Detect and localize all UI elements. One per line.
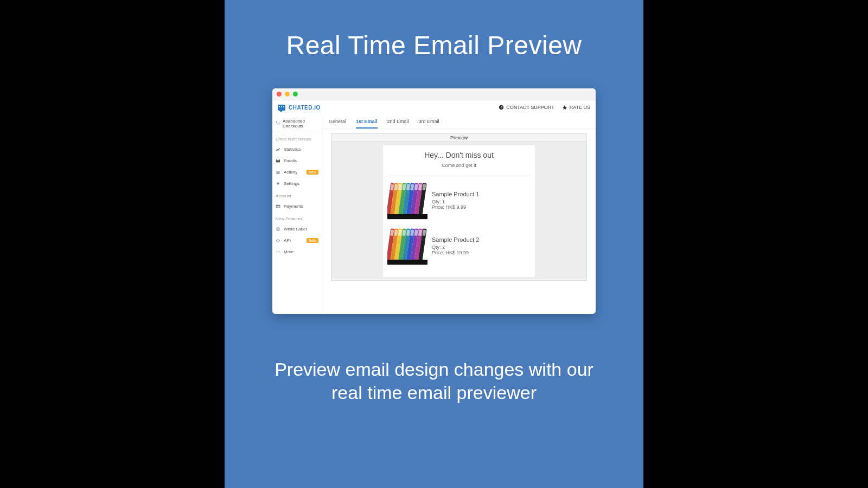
code-icon (276, 238, 280, 243)
card-icon (276, 204, 280, 209)
main-content: General1st Email2nd Email3rd Email Previ… (322, 114, 596, 314)
cart-icon (276, 121, 280, 127)
brand-name: CHATED.IO (289, 105, 321, 111)
contact-support-label: CONTACT SUPPORT (506, 105, 554, 110)
dots-icon (276, 249, 280, 254)
sidebar-item-label: API (284, 238, 303, 243)
product-name: Sample Product 1 (432, 191, 479, 197)
sidebar-item-activity[interactable]: ActivityNew (272, 166, 322, 178)
tab-1st-email[interactable]: 1st Email (356, 119, 378, 129)
sidebar-item-label: White Label (284, 227, 318, 232)
topbar-actions: ? CONTACT SUPPORT RATE US (499, 105, 590, 110)
product-price: Price: HK$ 9.99 (432, 204, 479, 210)
sidebar-section-title: Account (272, 189, 322, 201)
app-topbar: CHATED.IO ? CONTACT SUPPORT RATE US (272, 100, 596, 114)
sidebar-item-payments[interactable]: Payments (272, 201, 322, 212)
browser-window: CHATED.IO ? CONTACT SUPPORT RATE US (272, 88, 596, 314)
zoom-window-icon[interactable] (293, 92, 298, 97)
svg-rect-6 (276, 206, 280, 206)
sidebar-top-item[interactable]: Abandoned Checkouts (272, 115, 322, 132)
rate-us-label: RATE US (570, 105, 590, 110)
marketing-card: Real Time Email Preview CHATED.IO ? (225, 0, 643, 488)
product-thumbnail (387, 226, 427, 265)
brand[interactable]: CHATED.IO (278, 105, 321, 111)
sidebar-item-label: More (284, 249, 318, 254)
sidebar-item-api[interactable]: APIBeta (272, 235, 322, 246)
product-row: Sample Product 2Qty: 2Price: HK$ 19.99 (387, 226, 531, 265)
tab-3rd-email[interactable]: 3rd Email (419, 119, 439, 129)
tab-2nd-email[interactable]: 2nd Email (387, 119, 409, 129)
sidebar-item-settings[interactable]: Settings (272, 178, 322, 189)
headline: Real Time Email Preview (225, 30, 643, 60)
close-window-icon[interactable] (277, 92, 282, 97)
brand-chat-icon (278, 105, 285, 111)
svg-rect-48 (387, 260, 427, 265)
product-info: Sample Product 1Qty: 1Price: HK$ 9.99 (432, 181, 479, 220)
divider (387, 176, 531, 176)
sidebar-item-white-label[interactable]: White Label (272, 223, 322, 235)
svg-rect-5 (276, 205, 280, 208)
sidebar-item-more[interactable]: More (272, 246, 322, 258)
chart-icon (276, 147, 280, 152)
svg-rect-29 (387, 214, 427, 219)
sidebar-item-label: Emails (284, 158, 318, 163)
mail-icon (276, 158, 280, 163)
preview-body: Hey... Don't miss out Come and get it Sa… (331, 142, 586, 280)
gear-icon (276, 181, 280, 186)
email-headline: Hey... Don't miss out (387, 151, 531, 159)
tabs: General1st Email2nd Email3rd Email (322, 114, 596, 129)
sidebar-section-title: Email Notifications (272, 132, 322, 144)
window-titlebar (272, 88, 596, 100)
badge: Beta (307, 238, 318, 243)
subhead: Preview email design changes with our re… (257, 358, 611, 404)
app-body: Abandoned Checkouts Email NotificationsS… (272, 114, 596, 314)
sidebar-item-label: Settings (284, 181, 318, 186)
product-row: Sample Product 1Qty: 1Price: HK$ 9.99 (387, 181, 531, 220)
list-icon (276, 170, 280, 175)
email-preview: Hey... Don't miss out Come and get it Sa… (383, 145, 535, 277)
sidebar-item-emails[interactable]: Emails (272, 155, 322, 166)
sidebar-item-label: Statistics (284, 147, 318, 152)
sidebar-item-statistics[interactable]: Statistics (272, 144, 322, 155)
contact-support-link[interactable]: ? CONTACT SUPPORT (499, 105, 554, 110)
tab-general[interactable]: General (329, 119, 346, 129)
product-thumbnail (387, 181, 427, 220)
svg-point-8 (277, 252, 277, 252)
star-icon (562, 105, 567, 110)
sidebar-item-label: Payments (284, 204, 318, 209)
sidebar-top-label: Abandoned Checkouts (283, 119, 318, 129)
globe-icon (276, 227, 280, 232)
badge: New (307, 170, 318, 175)
rate-us-link[interactable]: RATE US (562, 105, 590, 110)
svg-point-2 (277, 124, 278, 125)
sidebar-item-label: Activity (284, 170, 303, 175)
minimize-window-icon[interactable] (285, 92, 290, 97)
stage: Real Time Email Preview CHATED.IO ? (0, 0, 868, 488)
content-area: Preview Hey... Don't miss out Come and g… (322, 129, 596, 285)
product-name: Sample Product 2 (432, 236, 479, 243)
subhead-wrap: Preview email design changes with our re… (225, 336, 643, 404)
svg-point-9 (278, 252, 278, 252)
preview-panel: Preview Hey... Don't miss out Come and g… (331, 133, 587, 281)
svg-point-10 (279, 252, 279, 252)
product-qty: Qty: 2 (432, 245, 479, 250)
email-subhead: Come and get it (387, 163, 531, 168)
sidebar: Abandoned Checkouts Email NotificationsS… (272, 114, 322, 314)
preview-panel-title: Preview (331, 134, 586, 142)
product-price: Price: HK$ 19.99 (432, 250, 479, 255)
help-icon: ? (499, 105, 504, 110)
product-info: Sample Product 2Qty: 2Price: HK$ 19.99 (432, 226, 479, 265)
svg-point-3 (279, 124, 279, 125)
sidebar-section-title: New Features (272, 212, 322, 223)
product-qty: Qty: 1 (432, 199, 479, 204)
